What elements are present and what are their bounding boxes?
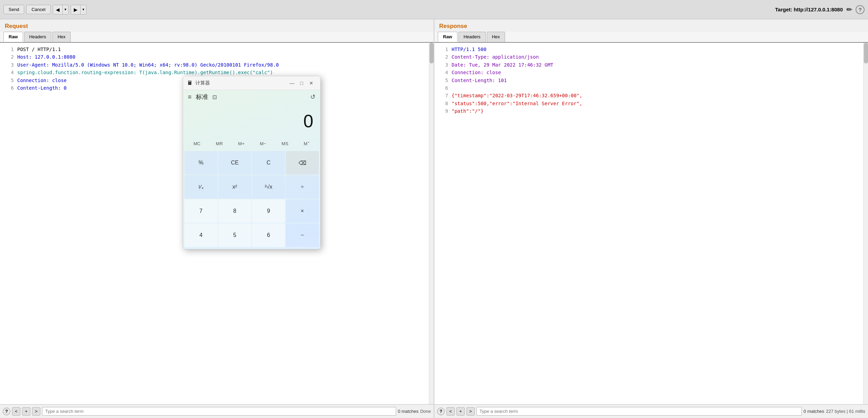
calc-app-icon: 🖩 <box>187 80 193 86</box>
line-number: 2 <box>3 53 14 61</box>
line-content: User-Agent: Mozilla/5.0 (Windows NT 10.0… <box>17 61 430 69</box>
request-bottom-panel: ? < + > 0 matches Done <box>0 405 434 418</box>
request-help-button[interactable]: ? <box>3 408 10 415</box>
response-help-button[interactable]: ? <box>437 408 445 415</box>
calc-button[interactable]: − <box>286 223 319 247</box>
line-content: "status":500,"error":"Internal Server Er… <box>452 100 865 107</box>
nav-back-button[interactable]: ◀ <box>53 5 63 14</box>
line-number: 3 <box>438 61 448 69</box>
calc-maximize-button[interactable]: □ <box>297 78 306 88</box>
tab-raw-request[interactable]: Raw <box>3 32 23 42</box>
table-row: 2Content-Type: application/json <box>434 53 868 61</box>
nav-back-group: ◀ ▾ <box>53 5 69 14</box>
nav-forward-dropdown[interactable]: ▾ <box>81 5 86 14</box>
calc-button[interactable]: ÷ <box>286 175 319 199</box>
line-number: 2 <box>438 53 448 61</box>
line-content: Content-Length: 101 <box>452 77 865 84</box>
calc-mode-icon: ⊡ <box>212 94 217 100</box>
calc-minimize-button[interactable]: — <box>287 78 297 88</box>
nav-back-dropdown[interactable]: ▾ <box>63 5 68 14</box>
calc-button[interactable]: ⌫ <box>286 151 319 175</box>
table-row: 3Date: Tue, 29 Mar 2022 17:46:32 GMT <box>434 61 868 69</box>
line-number: 1 <box>3 46 14 53</box>
line-number: 3 <box>3 61 14 69</box>
calc-button[interactable]: ¹⁄ₓ <box>184 175 218 199</box>
calc-button[interactable]: C <box>252 151 285 175</box>
request-options-button[interactable]: > <box>32 407 40 416</box>
calc-memory-button[interactable]: M˅ <box>301 140 313 148</box>
line-number: 9 <box>438 107 448 115</box>
tab-hex-response[interactable]: Hex <box>487 32 505 42</box>
toolbar-right: Target: http://127.0.0.1:8080 ✏ ? <box>775 5 865 14</box>
response-bottom-panel: ? < + > 0 matches 227 bytes | 61 millis <box>434 405 868 418</box>
line-content: Date: Tue, 29 Mar 2022 17:46:32 GMT <box>452 61 865 69</box>
response-matches-label: 0 matches <box>804 409 824 414</box>
request-scrollbar-thumb <box>430 43 434 63</box>
main-area: Request Raw Headers Hex 1POST / HTTP/1.1… <box>0 19 868 404</box>
table-row: 4Connection: close <box>434 69 868 76</box>
calc-menu-button[interactable]: ≡ <box>188 93 192 101</box>
calc-memory-button[interactable]: M− <box>257 140 269 148</box>
response-scrollbar[interactable] <box>863 43 868 404</box>
response-search-input[interactable] <box>476 407 802 416</box>
edit-icon[interactable]: ✏ <box>846 6 852 14</box>
tab-headers-request[interactable]: Headers <box>24 32 51 42</box>
table-row: 8"status":500,"error":"Internal Server E… <box>434 100 868 107</box>
calc-button[interactable]: x² <box>218 175 251 199</box>
calc-button[interactable]: 8 <box>218 199 251 223</box>
calc-memory-button[interactable]: MS <box>279 140 291 148</box>
response-content: 1HTTP/1.1 5002Content-Type: application/… <box>434 43 868 404</box>
calc-window-title: 计算器 <box>195 80 287 86</box>
response-code-display: 1HTTP/1.1 5002Content-Type: application/… <box>434 43 868 404</box>
response-status-label: 227 bytes | 61 millis <box>826 409 865 414</box>
calc-titlebar: 🖩 计算器 — □ ✕ <box>183 76 320 90</box>
calc-button[interactable]: ²√x <box>252 175 285 199</box>
response-next-match-button[interactable]: + <box>456 407 465 416</box>
line-number: 4 <box>438 69 448 76</box>
line-number: 6 <box>3 84 14 92</box>
response-options-button[interactable]: > <box>466 407 475 416</box>
request-matches-label: 0 matches <box>398 409 418 414</box>
line-content: {"timestamp":"2022-03-29T17:46:32.659+00… <box>452 92 865 99</box>
calc-memory-button[interactable]: M+ <box>235 140 247 148</box>
calc-button[interactable]: 5 <box>218 223 251 247</box>
line-number: 7 <box>438 92 448 99</box>
tab-raw-response[interactable]: Raw <box>438 32 457 42</box>
calc-header: ≡ 标准 ⊡ ↺ <box>183 90 320 104</box>
line-content: Content-Type: application/json <box>452 53 865 61</box>
request-scrollbar[interactable] <box>429 43 434 404</box>
line-content: Host: 127.0.0.1:8080 <box>17 53 430 61</box>
line-number: 5 <box>438 77 448 84</box>
calc-button[interactable]: 9 <box>252 199 285 223</box>
table-row: 7{"timestamp":"2022-03-29T17:46:32.659+0… <box>434 92 868 99</box>
line-content: spring.cloud.function.routing-expression… <box>17 69 430 76</box>
response-tab-bar: Raw Headers Hex <box>434 32 868 43</box>
toolbar: Send Cancel ◀ ▾ ▶ ▾ Target: http://127.0… <box>0 0 868 19</box>
tab-hex-request[interactable]: Hex <box>52 32 71 42</box>
request-next-match-button[interactable]: + <box>22 407 30 416</box>
calc-button[interactable]: 6 <box>252 223 285 247</box>
calc-close-button[interactable]: ✕ <box>306 78 316 88</box>
send-button[interactable]: Send <box>3 5 24 14</box>
done-label: Done <box>420 409 431 414</box>
toolbar-left: Send Cancel ◀ ▾ ▶ ▾ <box>3 5 87 14</box>
request-search-input[interactable] <box>42 407 396 416</box>
calc-button[interactable]: 7 <box>184 199 218 223</box>
calc-button[interactable]: 4 <box>184 223 218 247</box>
nav-forward-button[interactable]: ▶ <box>71 5 81 14</box>
calc-memory-row: MCMRM+M−MSM˅ <box>183 138 320 149</box>
response-prev-match-button[interactable]: < <box>446 407 455 416</box>
help-icon[interactable]: ? <box>856 5 865 14</box>
tab-headers-response[interactable]: Headers <box>458 32 486 42</box>
calc-memory-button[interactable]: MC <box>191 140 203 148</box>
table-row: 1POST / HTTP/1.1 <box>0 46 434 53</box>
request-prev-match-button[interactable]: < <box>12 407 20 416</box>
cancel-button[interactable]: Cancel <box>26 5 50 14</box>
line-content: "path":"/"} <box>452 107 865 115</box>
calc-button[interactable]: × <box>286 199 319 223</box>
calc-button[interactable]: % <box>184 151 218 175</box>
calc-memory-button[interactable]: MR <box>213 140 225 148</box>
calc-button[interactable]: CE <box>218 151 251 175</box>
line-content: Connection: close <box>452 69 865 76</box>
calc-history-button[interactable]: ↺ <box>310 93 315 101</box>
